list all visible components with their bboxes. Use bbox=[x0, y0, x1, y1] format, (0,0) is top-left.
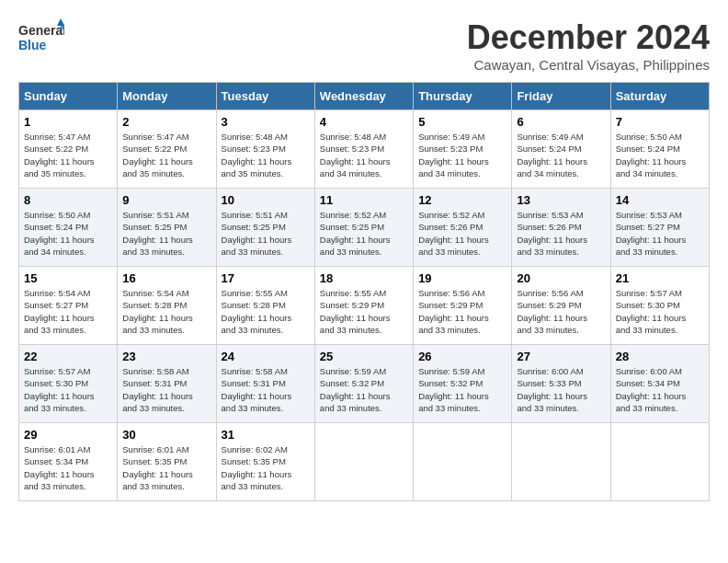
day-info: Sunrise: 5:47 AMSunset: 5:22 PMDaylight:… bbox=[24, 131, 112, 179]
day-info: Sunrise: 6:02 AMSunset: 5:35 PMDaylight:… bbox=[222, 443, 310, 492]
day-info: Sunrise: 5:54 AMSunset: 5:28 PMDaylight:… bbox=[122, 287, 210, 336]
day-info: Sunrise: 5:53 AMSunset: 5:26 PMDaylight:… bbox=[517, 209, 605, 258]
day-number: 14 bbox=[616, 193, 704, 207]
day-number: 13 bbox=[517, 193, 605, 207]
day-info: Sunrise: 6:00 AMSunset: 5:33 PMDaylight:… bbox=[517, 365, 605, 414]
week-row-1: 1Sunrise: 5:47 AMSunset: 5:22 PMDaylight… bbox=[19, 110, 710, 189]
day-info: Sunrise: 5:48 AMSunset: 5:23 PMDaylight:… bbox=[222, 131, 310, 179]
day-info: Sunrise: 5:47 AMSunset: 5:22 PMDaylight:… bbox=[122, 131, 210, 179]
week-row-3: 15Sunrise: 5:54 AMSunset: 5:27 PMDayligh… bbox=[19, 267, 710, 345]
calendar-cell: 25Sunrise: 5:59 AMSunset: 5:32 PMDayligh… bbox=[314, 345, 413, 423]
calendar-cell: 3Sunrise: 5:48 AMSunset: 5:23 PMDaylight… bbox=[216, 110, 314, 189]
header-day-wednesday: Wednesday bbox=[314, 83, 413, 110]
day-number: 27 bbox=[517, 350, 605, 363]
calendar-cell: 21Sunrise: 5:57 AMSunset: 5:30 PMDayligh… bbox=[610, 267, 709, 345]
day-number: 22 bbox=[24, 350, 112, 363]
week-row-4: 22Sunrise: 5:57 AMSunset: 5:30 PMDayligh… bbox=[19, 345, 710, 423]
calendar-cell: 5Sunrise: 5:49 AMSunset: 5:23 PMDaylight… bbox=[414, 110, 512, 189]
day-number: 9 bbox=[122, 193, 210, 207]
day-info: Sunrise: 5:57 AMSunset: 5:30 PMDaylight:… bbox=[24, 365, 112, 414]
day-number: 31 bbox=[222, 428, 310, 442]
calendar-cell: 7Sunrise: 5:50 AMSunset: 5:24 PMDaylight… bbox=[610, 110, 709, 189]
day-info: Sunrise: 5:54 AMSunset: 5:27 PMDaylight:… bbox=[24, 287, 112, 336]
title-area: December 2024 Cawayan, Central Visayas, … bbox=[467, 18, 710, 73]
day-info: Sunrise: 5:58 AMSunset: 5:31 PMDaylight:… bbox=[222, 365, 310, 414]
day-number: 20 bbox=[517, 271, 605, 285]
calendar-cell: 9Sunrise: 5:51 AMSunset: 5:25 PMDaylight… bbox=[118, 189, 216, 267]
calendar-cell: 13Sunrise: 5:53 AMSunset: 5:26 PMDayligh… bbox=[512, 189, 610, 267]
day-number: 28 bbox=[616, 350, 704, 363]
calendar-cell: 16Sunrise: 5:54 AMSunset: 5:28 PMDayligh… bbox=[118, 267, 216, 345]
day-number: 7 bbox=[616, 115, 704, 129]
calendar-cell bbox=[610, 423, 709, 501]
calendar-cell: 10Sunrise: 5:51 AMSunset: 5:25 PMDayligh… bbox=[216, 189, 314, 267]
day-info: Sunrise: 5:52 AMSunset: 5:26 PMDaylight:… bbox=[418, 209, 506, 258]
calendar-cell: 15Sunrise: 5:54 AMSunset: 5:27 PMDayligh… bbox=[19, 267, 118, 345]
calendar-cell: 17Sunrise: 5:55 AMSunset: 5:28 PMDayligh… bbox=[216, 267, 314, 345]
day-number: 11 bbox=[320, 193, 408, 207]
day-info: Sunrise: 5:57 AMSunset: 5:30 PMDaylight:… bbox=[616, 287, 704, 336]
calendar-cell: 18Sunrise: 5:55 AMSunset: 5:29 PMDayligh… bbox=[314, 267, 413, 345]
day-number: 30 bbox=[122, 428, 210, 442]
day-number: 8 bbox=[24, 193, 112, 207]
day-info: Sunrise: 5:59 AMSunset: 5:32 PMDaylight:… bbox=[418, 365, 506, 414]
day-number: 17 bbox=[222, 271, 310, 285]
calendar-cell: 24Sunrise: 5:58 AMSunset: 5:31 PMDayligh… bbox=[216, 345, 314, 423]
day-info: Sunrise: 5:51 AMSunset: 5:25 PMDaylight:… bbox=[222, 209, 310, 258]
day-number: 26 bbox=[418, 350, 506, 363]
day-number: 23 bbox=[122, 350, 210, 363]
day-number: 18 bbox=[320, 271, 408, 285]
day-number: 25 bbox=[320, 350, 408, 363]
logo: General Blue bbox=[18, 18, 68, 55]
calendar-cell: 2Sunrise: 5:47 AMSunset: 5:22 PMDaylight… bbox=[118, 110, 216, 189]
day-info: Sunrise: 6:01 AMSunset: 5:34 PMDaylight:… bbox=[24, 443, 112, 492]
calendar-header-row: SundayMondayTuesdayWednesdayThursdayFrid… bbox=[19, 83, 710, 110]
day-number: 15 bbox=[24, 271, 112, 285]
day-info: Sunrise: 5:49 AMSunset: 5:24 PMDaylight:… bbox=[517, 131, 605, 179]
day-number: 29 bbox=[24, 428, 112, 442]
calendar-cell bbox=[314, 423, 413, 501]
calendar-cell: 26Sunrise: 5:59 AMSunset: 5:32 PMDayligh… bbox=[414, 345, 512, 423]
day-number: 4 bbox=[320, 115, 408, 129]
calendar-cell: 27Sunrise: 6:00 AMSunset: 5:33 PMDayligh… bbox=[512, 345, 610, 423]
day-info: Sunrise: 5:55 AMSunset: 5:28 PMDaylight:… bbox=[222, 287, 310, 336]
header-day-sunday: Sunday bbox=[19, 83, 118, 110]
calendar-cell bbox=[414, 423, 512, 501]
calendar-cell: 28Sunrise: 6:00 AMSunset: 5:34 PMDayligh… bbox=[610, 345, 709, 423]
day-number: 21 bbox=[616, 271, 704, 285]
day-number: 1 bbox=[24, 115, 112, 129]
calendar-cell: 12Sunrise: 5:52 AMSunset: 5:26 PMDayligh… bbox=[414, 189, 512, 267]
day-info: Sunrise: 5:55 AMSunset: 5:29 PMDaylight:… bbox=[320, 287, 408, 336]
day-info: Sunrise: 6:01 AMSunset: 5:35 PMDaylight:… bbox=[122, 443, 210, 492]
day-info: Sunrise: 5:53 AMSunset: 5:27 PMDaylight:… bbox=[616, 209, 704, 258]
month-title: December 2024 bbox=[467, 18, 710, 57]
calendar-cell: 6Sunrise: 5:49 AMSunset: 5:24 PMDaylight… bbox=[512, 110, 610, 189]
calendar-table: SundayMondayTuesdayWednesdayThursdayFrid… bbox=[18, 82, 710, 501]
header-day-thursday: Thursday bbox=[414, 83, 512, 110]
day-info: Sunrise: 5:51 AMSunset: 5:25 PMDaylight:… bbox=[122, 209, 210, 258]
header-day-monday: Monday bbox=[118, 83, 216, 110]
calendar-cell: 30Sunrise: 6:01 AMSunset: 5:35 PMDayligh… bbox=[118, 423, 216, 501]
calendar-cell: 11Sunrise: 5:52 AMSunset: 5:25 PMDayligh… bbox=[314, 189, 413, 267]
calendar-cell: 4Sunrise: 5:48 AMSunset: 5:23 PMDaylight… bbox=[314, 110, 413, 189]
day-info: Sunrise: 5:56 AMSunset: 5:29 PMDaylight:… bbox=[418, 287, 506, 336]
calendar-cell: 1Sunrise: 5:47 AMSunset: 5:22 PMDaylight… bbox=[19, 110, 118, 189]
day-number: 12 bbox=[418, 193, 506, 207]
logo-icon: General Blue bbox=[18, 18, 64, 55]
day-info: Sunrise: 5:49 AMSunset: 5:23 PMDaylight:… bbox=[418, 131, 506, 179]
day-number: 10 bbox=[222, 193, 310, 207]
day-info: Sunrise: 5:48 AMSunset: 5:23 PMDaylight:… bbox=[320, 131, 408, 179]
day-info: Sunrise: 5:50 AMSunset: 5:24 PMDaylight:… bbox=[616, 131, 704, 179]
calendar-cell: 29Sunrise: 6:01 AMSunset: 5:34 PMDayligh… bbox=[19, 423, 118, 501]
calendar-cell: 8Sunrise: 5:50 AMSunset: 5:24 PMDaylight… bbox=[19, 189, 118, 267]
header-day-friday: Friday bbox=[512, 83, 610, 110]
header-day-tuesday: Tuesday bbox=[216, 83, 314, 110]
day-info: Sunrise: 5:50 AMSunset: 5:24 PMDaylight:… bbox=[24, 209, 112, 258]
calendar-cell: 19Sunrise: 5:56 AMSunset: 5:29 PMDayligh… bbox=[414, 267, 512, 345]
calendar-cell: 22Sunrise: 5:57 AMSunset: 5:30 PMDayligh… bbox=[19, 345, 118, 423]
day-info: Sunrise: 5:56 AMSunset: 5:29 PMDaylight:… bbox=[517, 287, 605, 336]
day-number: 3 bbox=[222, 115, 310, 129]
day-info: Sunrise: 5:58 AMSunset: 5:31 PMDaylight:… bbox=[122, 365, 210, 414]
calendar-cell: 14Sunrise: 5:53 AMSunset: 5:27 PMDayligh… bbox=[610, 189, 709, 267]
day-number: 19 bbox=[418, 271, 506, 285]
